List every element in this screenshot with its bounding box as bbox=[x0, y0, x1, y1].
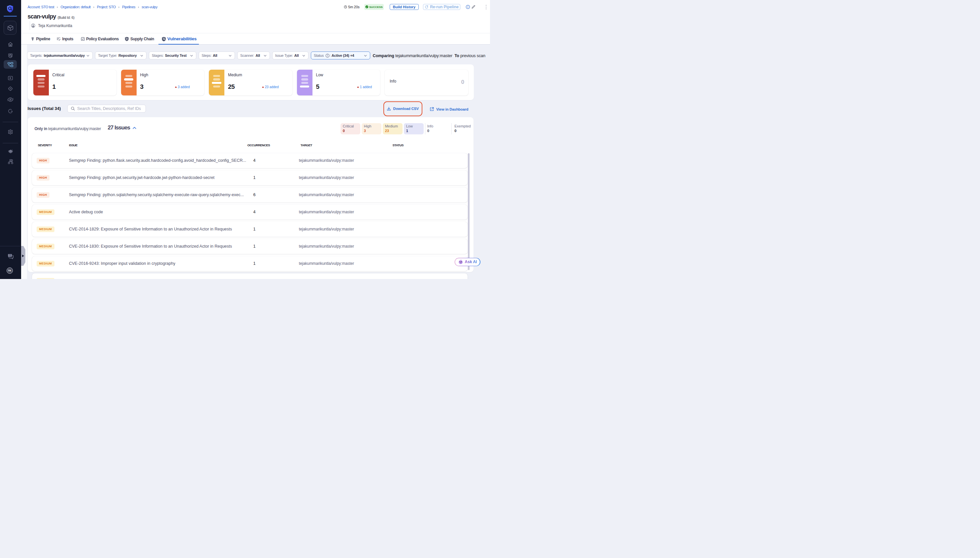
svg-text:?: ? bbox=[9, 254, 11, 257]
